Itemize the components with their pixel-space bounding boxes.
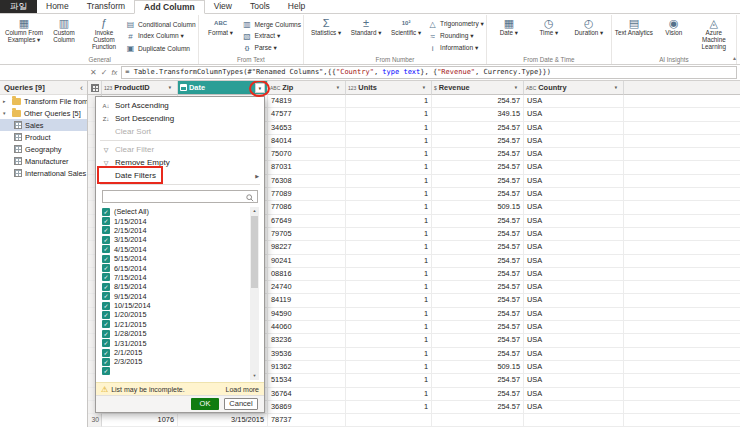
- table-cell[interactable]: 87031: [268, 161, 346, 174]
- filter-value-row[interactable]: ✓1/20/2015: [102, 310, 248, 319]
- table-cell[interactable]: 254.57: [432, 294, 524, 307]
- table-cell[interactable]: 254.57: [432, 95, 524, 108]
- table-cell[interactable]: 36869: [268, 401, 346, 414]
- table-cell[interactable]: 76308: [268, 175, 346, 188]
- table-cell[interactable]: 67649: [268, 215, 346, 228]
- table-cell[interactable]: 1: [346, 388, 432, 401]
- table-cell[interactable]: [432, 414, 524, 427]
- table-cell[interactable]: 254.57: [432, 161, 524, 174]
- table-cell[interactable]: USA: [524, 308, 624, 321]
- table-cell[interactable]: 79705: [268, 228, 346, 241]
- filter-value-row[interactable]: ✓3/15/2014: [102, 235, 248, 244]
- menu-item-clear-filter[interactable]: ▽Clear Filter: [96, 143, 264, 156]
- table-cell[interactable]: 254.57: [432, 188, 524, 201]
- filter-value-row[interactable]: ✓10/15/2014: [102, 301, 248, 310]
- table-cell[interactable]: 1: [346, 228, 432, 241]
- filter-value-row[interactable]: ✓1/15/2014: [102, 216, 248, 225]
- cancel-step-icon[interactable]: ✕: [90, 66, 97, 79]
- table-cell[interactable]: USA: [524, 321, 624, 334]
- table-corner-cell[interactable]: [88, 81, 102, 95]
- ribbon-scientific-button[interactable]: 10²Scientific ▾: [386, 15, 426, 37]
- table-cell[interactable]: 254.57: [432, 215, 524, 228]
- ribbon-trigonometry-button[interactable]: △Trigonometry ▾: [428, 18, 484, 30]
- table-cell[interactable]: USA: [524, 215, 624, 228]
- table-cell[interactable]: 84119: [268, 294, 346, 307]
- filter-list-scrollbar[interactable]: ▲ ▼: [250, 207, 259, 380]
- menu-item-remove-empty[interactable]: ▽Remove Empty: [96, 156, 264, 169]
- table-cell[interactable]: 94590: [268, 308, 346, 321]
- table-cell[interactable]: 509.15: [432, 361, 524, 374]
- table-cell[interactable]: USA: [524, 241, 624, 254]
- table-cell[interactable]: 36764: [268, 388, 346, 401]
- ribbon-parse-button[interactable]: {}Parse ▾: [243, 42, 302, 54]
- ribbon-extract-button[interactable]: ▧Extract ▾: [243, 30, 302, 42]
- table-cell[interactable]: 254.57: [432, 255, 524, 268]
- table-cell[interactable]: USA: [524, 95, 624, 108]
- table-cell[interactable]: 3/15/2015: [178, 414, 268, 427]
- table-cell[interactable]: 1: [346, 108, 432, 121]
- table-cell[interactable]: USA: [524, 148, 624, 161]
- filter-value-row[interactable]: ✓5/15/2014: [102, 254, 248, 263]
- table-cell[interactable]: 77086: [268, 201, 346, 214]
- table-cell[interactable]: 08816: [268, 268, 346, 281]
- table-cell[interactable]: USA: [524, 108, 624, 121]
- table-cell[interactable]: USA: [524, 348, 624, 361]
- table-cell[interactable]: 1: [346, 175, 432, 188]
- table-cell[interactable]: 254.57: [432, 268, 524, 281]
- table-cell[interactable]: 509.15: [432, 201, 524, 214]
- table-cell[interactable]: USA: [524, 201, 624, 214]
- filter-value-row[interactable]: ✓1/31/2015: [102, 338, 248, 347]
- table-cell[interactable]: 1: [346, 255, 432, 268]
- query-item-sales[interactable]: Sales: [0, 119, 87, 131]
- checkbox-checked-icon[interactable]: ✓: [102, 358, 110, 366]
- ribbon-invoke-custom-function-button[interactable]: ƒInvoke Custom Function: [84, 15, 124, 51]
- column-header-units[interactable]: 123Units▾: [346, 81, 432, 95]
- filter-arrow-icon[interactable]: ▾: [611, 83, 621, 93]
- table-cell[interactable]: 34653: [268, 122, 346, 135]
- table-cell[interactable]: 1: [346, 281, 432, 294]
- table-cell[interactable]: 51534: [268, 374, 346, 387]
- query-item-other-queries-5[interactable]: ▾Other Queries [5]: [0, 107, 87, 119]
- table-cell[interactable]: USA: [524, 361, 624, 374]
- table-cell[interactable]: 1: [346, 294, 432, 307]
- table-cell[interactable]: USA: [524, 281, 624, 294]
- table-cell[interactable]: 349.15: [432, 108, 524, 121]
- checkbox-checked-icon[interactable]: ✓: [102, 236, 110, 244]
- table-cell[interactable]: 47577: [268, 108, 346, 121]
- ribbon-rounding-button[interactable]: ≈Rounding ▾: [428, 30, 484, 42]
- table-cell[interactable]: 1076: [102, 414, 178, 427]
- table-cell[interactable]: USA: [524, 374, 624, 387]
- checkbox-checked-icon[interactable]: ✓: [102, 273, 110, 281]
- filter-arrow-icon[interactable]: ▾: [511, 83, 521, 93]
- checkbox-checked-icon[interactable]: ✓: [102, 349, 110, 357]
- checkbox-checked-icon[interactable]: ✓: [102, 292, 110, 300]
- ribbon-collapse-chevron-icon[interactable]: ▴: [733, 54, 736, 61]
- column-header-date[interactable]: Date▾: [178, 81, 268, 95]
- table-cell[interactable]: 1: [346, 374, 432, 387]
- checkbox-checked-icon[interactable]: ✓: [102, 311, 110, 319]
- table-cell[interactable]: 254.57: [432, 175, 524, 188]
- table-cell[interactable]: 1: [346, 201, 432, 214]
- filter-arrow-icon[interactable]: ▾: [255, 83, 265, 93]
- column-header-zip[interactable]: ABCZip▾: [268, 81, 346, 95]
- table-cell[interactable]: 77089: [268, 188, 346, 201]
- table-cell[interactable]: 254.57: [432, 321, 524, 334]
- scroll-down-icon[interactable]: ▼: [250, 372, 259, 380]
- cancel-button[interactable]: Cancel: [224, 398, 258, 410]
- query-item-product[interactable]: Product: [0, 131, 87, 143]
- column-header-country[interactable]: ABCCountry▾: [524, 81, 624, 95]
- table-cell[interactable]: 254.57: [432, 401, 524, 414]
- table-cell[interactable]: USA: [524, 255, 624, 268]
- tab-tools[interactable]: Tools: [241, 0, 279, 13]
- formula-input[interactable]: = Table.TransformColumnTypes(#"Renamed C…: [121, 66, 737, 79]
- checkbox-checked-icon[interactable]: ✓: [102, 245, 110, 253]
- ribbon-duration-button[interactable]: ◴Duration ▾: [569, 15, 609, 37]
- ok-button[interactable]: OK: [191, 398, 219, 410]
- table-cell[interactable]: 24740: [268, 281, 346, 294]
- filter-arrow-icon[interactable]: ▾: [165, 83, 175, 93]
- table-cell[interactable]: 254.57: [432, 135, 524, 148]
- table-cell[interactable]: USA: [524, 161, 624, 174]
- table-cell[interactable]: USA: [524, 401, 624, 414]
- table-cell[interactable]: 254.57: [432, 348, 524, 361]
- ribbon-statistics-button[interactable]: ΣStatistics ▾: [306, 15, 346, 37]
